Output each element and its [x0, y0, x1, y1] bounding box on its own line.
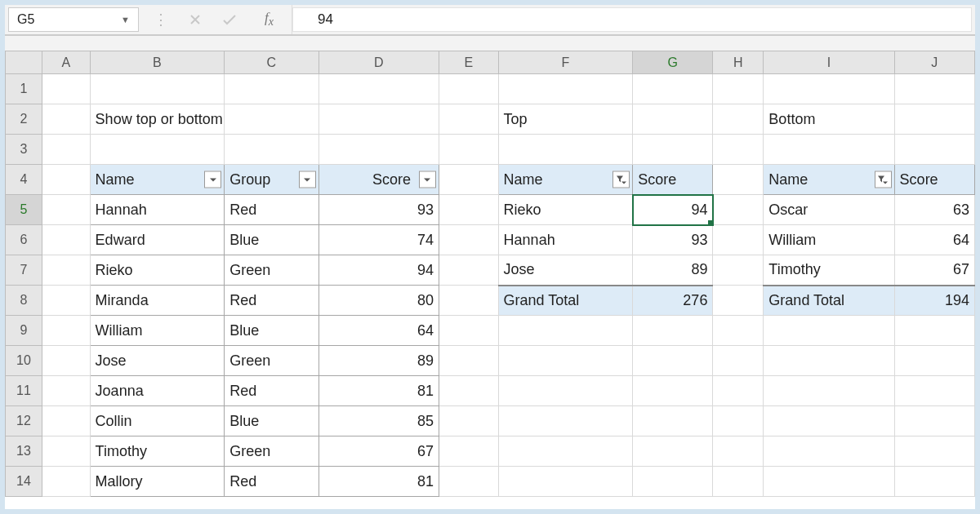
cell[interactable] — [42, 436, 90, 467]
filter-dropdown-icon[interactable] — [875, 171, 892, 188]
filter-dropdown-icon[interactable] — [612, 171, 630, 188]
row-header[interactable]: 13 — [6, 436, 42, 467]
cell[interactable] — [439, 376, 498, 406]
cell[interactable] — [439, 467, 498, 497]
top-label[interactable]: Top — [498, 104, 633, 135]
grand-total-label[interactable]: Grand Total — [498, 286, 633, 316]
table-cell-name[interactable]: Jose — [90, 346, 225, 376]
fx-icon[interactable]: fx — [258, 10, 280, 29]
cell[interactable] — [439, 316, 498, 346]
cell[interactable] — [764, 406, 894, 436]
row-header[interactable]: 9 — [6, 316, 42, 346]
cell[interactable] — [894, 376, 974, 406]
cell[interactable] — [42, 225, 90, 255]
cell[interactable] — [42, 135, 90, 165]
cell[interactable] — [633, 135, 713, 165]
cell[interactable] — [713, 135, 764, 165]
table-cell-score[interactable]: 64 — [318, 316, 439, 346]
pivot-cell[interactable]: Rieko — [498, 195, 633, 225]
cell[interactable] — [225, 74, 318, 104]
cell[interactable] — [713, 406, 764, 436]
cell[interactable] — [42, 165, 90, 195]
cell[interactable] — [498, 316, 633, 346]
cell[interactable] — [498, 346, 633, 376]
pivot-cell[interactable]: 63 — [894, 195, 974, 225]
cell[interactable] — [225, 104, 318, 135]
pivot-cell[interactable]: 94 — [633, 195, 713, 225]
col-header-D[interactable]: D — [318, 51, 439, 74]
cell[interactable] — [713, 104, 764, 135]
cell[interactable] — [633, 376, 713, 406]
enter-icon[interactable] — [222, 14, 237, 25]
pivot-header[interactable]: Name — [498, 165, 633, 195]
cell[interactable] — [713, 195, 764, 225]
cell[interactable] — [498, 74, 633, 104]
pivot-header[interactable]: Score — [894, 165, 974, 195]
cell[interactable] — [42, 346, 90, 376]
cell[interactable] — [439, 436, 498, 467]
table-cell-score[interactable]: 67 — [318, 436, 439, 467]
col-header-C[interactable]: C — [225, 51, 318, 74]
cell[interactable] — [439, 346, 498, 376]
cell[interactable] — [713, 255, 764, 286]
row-header[interactable]: 12 — [6, 406, 42, 436]
pivot-cell[interactable]: Jose — [498, 255, 633, 286]
cell[interactable] — [439, 406, 498, 436]
row-header[interactable]: 2 — [6, 104, 42, 135]
grand-total-value[interactable]: 194 — [894, 286, 974, 316]
formula-bar-input[interactable]: 94 — [292, 7, 972, 32]
cell[interactable] — [764, 316, 894, 346]
cell[interactable] — [633, 467, 713, 497]
cell[interactable] — [498, 436, 633, 467]
row-header[interactable]: 10 — [6, 346, 42, 376]
cell[interactable] — [713, 346, 764, 376]
cell[interactable] — [713, 286, 764, 316]
row-header[interactable]: 3 — [6, 135, 42, 165]
pivot-cell[interactable]: 64 — [894, 225, 974, 255]
col-header-G[interactable]: G — [633, 51, 713, 74]
table-cell-name[interactable]: Timothy — [90, 436, 225, 467]
table-cell-name[interactable]: Rieko — [90, 255, 225, 286]
pivot-cell[interactable]: 67 — [894, 255, 974, 286]
cell[interactable] — [713, 467, 764, 497]
cell[interactable] — [42, 376, 90, 406]
cell[interactable] — [439, 195, 498, 225]
row-header[interactable]: 4 — [6, 165, 42, 195]
row-header[interactable]: 7 — [6, 255, 42, 286]
row-header[interactable]: 6 — [6, 225, 42, 255]
cell[interactable] — [894, 467, 974, 497]
cell[interactable] — [713, 165, 764, 195]
drag-handle-icon[interactable]: ⋮ — [154, 11, 168, 29]
bottom-label[interactable]: Bottom — [764, 104, 894, 135]
table-cell-name[interactable]: Hannah — [90, 195, 225, 225]
cell[interactable] — [318, 135, 439, 165]
cell[interactable] — [318, 104, 439, 135]
table-header[interactable]: Score — [318, 165, 439, 195]
pivot-cell[interactable]: 93 — [633, 225, 713, 255]
grand-total-value[interactable]: 276 — [633, 286, 713, 316]
table-cell-score[interactable]: 80 — [318, 286, 439, 316]
pivot-header[interactable]: Score — [633, 165, 713, 195]
table-cell-name[interactable]: Edward — [90, 225, 225, 255]
row-header[interactable]: 8 — [6, 286, 42, 316]
row-header[interactable]: 1 — [6, 74, 42, 104]
cell[interactable] — [42, 255, 90, 286]
cell[interactable] — [633, 436, 713, 467]
row-header[interactable]: 5 — [6, 195, 42, 225]
cell[interactable] — [764, 74, 894, 104]
cell[interactable] — [498, 467, 633, 497]
cell[interactable] — [894, 74, 974, 104]
table-cell-group[interactable]: Red — [225, 376, 318, 406]
table-header[interactable]: Name — [90, 165, 225, 195]
cell[interactable] — [894, 406, 974, 436]
col-header-F[interactable]: F — [498, 51, 633, 74]
page-title[interactable]: Show top or bottom n results — [90, 104, 225, 135]
cell[interactable] — [764, 436, 894, 467]
dropdown-icon[interactable] — [299, 171, 316, 188]
cell[interactable] — [439, 165, 498, 195]
cell[interactable] — [439, 104, 498, 135]
name-box[interactable]: G5 ▼ — [8, 7, 139, 32]
cell[interactable] — [894, 436, 974, 467]
col-header-A[interactable]: A — [42, 51, 90, 74]
cell[interactable] — [764, 135, 894, 165]
